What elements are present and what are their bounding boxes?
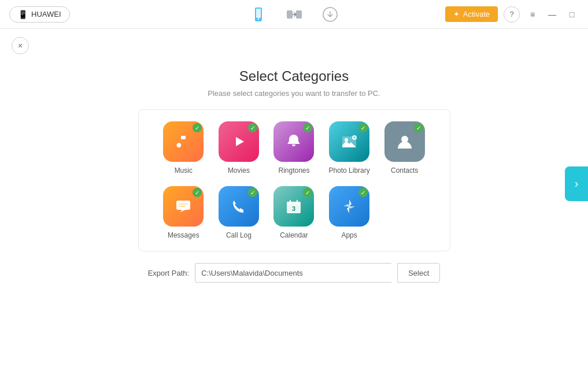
next-icon: › — [575, 177, 579, 190]
category-ringtones[interactable]: ✓ Ringtones — [267, 121, 322, 175]
close-icon: × — [18, 41, 23, 50]
export-label: Export Path: — [148, 269, 190, 277]
ringtones-icon-wrap: ✓ — [273, 121, 314, 162]
menu-button[interactable]: ≡ — [526, 8, 539, 21]
device-pill[interactable]: 📱 HUAWEI — [9, 6, 70, 23]
activate-button[interactable]: ✦ Activate — [445, 6, 498, 22]
back-area: × — [0, 29, 588, 62]
messages-checkmark: ✓ — [193, 188, 202, 197]
calendar-checkmark: ✓ — [303, 188, 312, 197]
contacts-icon-wrap: ✓ — [384, 121, 425, 162]
category-photo[interactable]: ✓ Photo Library — [321, 121, 377, 175]
movies-icon-wrap: ✓ — [219, 121, 259, 162]
download-nav-icon[interactable] — [321, 5, 339, 24]
category-music[interactable]: ✓ Music — [156, 121, 212, 175]
calllog-label: Call Log — [226, 231, 252, 239]
titlebar: 📱 HUAWEI ✦ Activate — [0, 0, 588, 29]
categories-panel: ✓ Music ✓ Movies ✓ — [138, 109, 450, 251]
category-calllog[interactable]: ✓ Call Log — [211, 186, 267, 239]
calllog-icon-wrap: ✓ — [219, 186, 259, 227]
svg-text:3: 3 — [292, 205, 295, 212]
minimize-button[interactable]: — — [545, 8, 559, 21]
category-movies[interactable]: ✓ Movies — [211, 121, 267, 175]
svg-point-2 — [257, 18, 258, 19]
titlebar-right: ✦ Activate ? ≡ — □ — [445, 6, 579, 23]
music-label: Music — [175, 166, 193, 175]
contacts-checkmark: ✓ — [414, 123, 423, 132]
svg-rect-3 — [287, 10, 293, 18]
maximize-button[interactable]: □ — [565, 8, 579, 21]
category-calendar[interactable]: 3 ✓ Calendar — [267, 186, 322, 239]
phone-nav-icon[interactable] — [249, 5, 268, 24]
apps-checkmark: ✓ — [358, 188, 368, 197]
contacts-label: Contacts — [391, 166, 418, 175]
main-content: Select Categories Please select categori… — [0, 62, 588, 283]
svg-rect-1 — [256, 9, 261, 18]
page-subtitle: Please select categories you want to tra… — [208, 89, 380, 98]
apps-label: Apps — [341, 231, 357, 239]
music-checkmark: ✓ — [193, 123, 202, 132]
messages-icon-wrap: ✓ — [163, 186, 204, 227]
device-name: HUAWEI — [31, 10, 61, 18]
svg-rect-11 — [176, 201, 190, 210]
svg-marker-6 — [236, 137, 244, 146]
svg-rect-4 — [296, 10, 302, 18]
back-button[interactable]: × — [12, 37, 29, 54]
export-area: Export Path: Select — [148, 263, 441, 283]
photo-checkmark: ✓ — [358, 123, 368, 132]
titlebar-nav — [249, 5, 339, 24]
messages-label: Messages — [168, 231, 199, 239]
category-messages[interactable]: ✓ Messages — [156, 186, 212, 239]
music-icon-wrap: ✓ — [163, 121, 204, 162]
export-path-input[interactable] — [195, 263, 391, 283]
transfer-nav-icon[interactable] — [285, 5, 304, 24]
help-button[interactable]: ? — [504, 6, 520, 23]
activate-label: Activate — [463, 10, 490, 18]
movies-label: Movies — [228, 166, 250, 175]
ringtones-label: Ringtones — [278, 166, 309, 175]
category-contacts[interactable]: ✓ Contacts — [377, 121, 432, 175]
calendar-icon-wrap: 3 ✓ — [273, 186, 314, 227]
ringtones-checkmark: ✓ — [303, 123, 312, 132]
category-apps[interactable]: ✓ Apps — [321, 186, 377, 239]
photo-label: Photo Library — [328, 166, 369, 175]
categories-grid: ✓ Music ✓ Movies ✓ — [156, 121, 432, 239]
page-title: Select Categories — [239, 68, 349, 84]
apps-icon-wrap: ✓ — [329, 186, 369, 227]
activate-icon: ✦ — [453, 10, 460, 18]
next-arrow-button[interactable]: › — [565, 166, 588, 201]
phone-icon: 📱 — [18, 10, 28, 19]
calendar-label: Calendar — [280, 231, 308, 239]
photo-icon-wrap: ✓ — [329, 121, 369, 162]
select-button[interactable]: Select — [397, 263, 440, 283]
calllog-checkmark: ✓ — [248, 188, 257, 197]
movies-checkmark: ✓ — [248, 123, 257, 132]
